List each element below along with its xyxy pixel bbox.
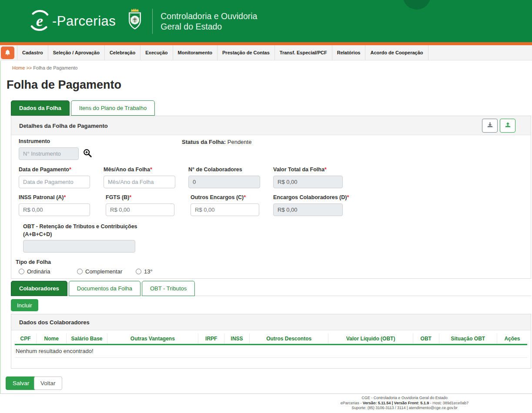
column-header-irpf: IRPF xyxy=(198,333,224,345)
radio-option-complementar[interactable]: Complementar xyxy=(77,268,122,275)
obt-total-input xyxy=(23,240,135,253)
brand-divider xyxy=(152,9,153,34)
mes-ano-folha-label: Mês/Ano da Folha* xyxy=(104,167,152,173)
inss-patronal-input[interactable] xyxy=(19,203,90,216)
radio-13[interactable] xyxy=(136,269,141,274)
main-tabs: Dados da Folha Itens do Plano de Trabalh… xyxy=(11,100,156,116)
details-panel-header: Detalhes da Folha de Pagamento xyxy=(11,116,531,135)
left-edge-line xyxy=(0,61,1,393)
footer-line1: CGE - Controladoria e Ouvidoria Geral do… xyxy=(304,396,505,401)
menu-item-relatorios[interactable]: Relatórios xyxy=(332,45,366,60)
obt-label-line2: (A+B+C+D) xyxy=(23,231,52,237)
column-header-outros-descontos: Outros Descontos xyxy=(249,333,328,345)
instrumento-input xyxy=(19,147,79,160)
bell-icon xyxy=(4,49,11,57)
num-colaboradores-label: N° de Colaboradores xyxy=(188,167,242,173)
obt-label-line1: OBT - Retenção de Tributos e Contribuiçõ… xyxy=(23,223,137,230)
page-footer: CGE - Controladoria e Ouvidoria Geral do… xyxy=(0,393,532,411)
num-colaboradores-input xyxy=(188,176,260,188)
page-title: Folha de Pagamento xyxy=(7,78,121,92)
radio-13-label: 13° xyxy=(144,268,153,275)
org-name: Controladoria e Ouvidoria Geral do Estad… xyxy=(161,11,257,32)
logo-text: -Parcerias xyxy=(52,13,116,29)
table-header-row: CPF Nome Salário Base Outras Vantagens I… xyxy=(15,333,527,345)
column-header-inss: INSS xyxy=(224,333,250,345)
eparcerias-logo-icon: e xyxy=(28,9,51,34)
status-value: Pendente xyxy=(228,139,252,145)
status-label: Status da Folha: xyxy=(182,139,226,145)
menu-item-selecao-aprovacao[interactable]: Seleção / Aprovação xyxy=(48,45,105,60)
radio-ordinaria-label: Ordinária xyxy=(27,268,50,275)
tab-itens-plano-trabalho[interactable]: Itens do Plano de Trabalho xyxy=(71,100,155,116)
tipo-de-folha-label: Tipo de Folha xyxy=(16,259,51,265)
menu-items: Cadastro Seleção / Aprovação Celebração … xyxy=(17,45,428,60)
details-panel-title: Detalhes da Folha de Pagamento xyxy=(19,122,108,129)
encargos-colaboradores-input xyxy=(273,203,343,216)
download-button[interactable] xyxy=(482,119,498,133)
sub-tabs: Colaboradores Documentos da Folha OBT - … xyxy=(11,281,196,296)
colaboradores-panel-header: Dados dos Colaboradores xyxy=(11,314,531,330)
radio-complementar-label: Complementar xyxy=(85,268,122,275)
column-header-cpf: CPF xyxy=(15,333,36,345)
tab-documentos-da-folha[interactable]: Documentos da Folha xyxy=(69,281,141,296)
valor-total-folha-input xyxy=(273,176,343,188)
page: e -Parcerias Controladoria e Ouvidor xyxy=(0,0,532,413)
column-header-nome: Nome xyxy=(36,333,67,345)
fgts-input[interactable] xyxy=(106,203,174,216)
accent-stripe xyxy=(0,42,532,45)
brand-block: e -Parcerias Controladoria e Ouvidor xyxy=(28,0,257,42)
menu-item-execucao[interactable]: Execução xyxy=(141,45,173,60)
column-header-valor-liquido-obt: Valor Líquido (OBT) xyxy=(328,333,413,345)
status-da-folha: Status da Folha: Pendente xyxy=(182,139,251,145)
svg-text:e: e xyxy=(36,12,43,29)
mes-ano-folha-input[interactable] xyxy=(104,176,175,188)
footer-line3: Suporte: (85) 3106-3113 / 3114 | atendim… xyxy=(304,406,505,411)
footer-text: CGE - Controladoria e Ouvidoria Geral do… xyxy=(304,394,505,411)
menu-item-celebracao[interactable]: Celebração xyxy=(105,45,141,60)
upload-button[interactable] xyxy=(500,119,515,133)
breadcrumb-home-link[interactable]: Home xyxy=(12,65,25,70)
breadcrumb: Home >> Folha de Pagamento xyxy=(12,65,77,70)
data-pagamento-input[interactable] xyxy=(19,176,90,188)
app-header: e -Parcerias Controladoria e Ouvidor xyxy=(0,0,532,42)
incluir-button[interactable]: Incluir xyxy=(11,299,38,311)
column-header-acoes: Ações xyxy=(497,333,527,345)
org-name-line2: Geral do Estado xyxy=(161,21,257,32)
column-header-situacao-obt: Situação OBT xyxy=(439,333,497,345)
column-header-salario-base: Salário Base xyxy=(67,333,107,345)
upload-icon xyxy=(504,121,512,130)
fgts-label: FGTS (B)* xyxy=(106,194,131,200)
outros-encargos-input[interactable] xyxy=(191,203,259,216)
colaboradores-table: CPF Nome Salário Base Outras Vantagens I… xyxy=(15,333,527,358)
instrumento-label: Instrumento xyxy=(19,138,50,144)
org-name-line1: Controladoria e Ouvidoria xyxy=(161,11,257,21)
menu-item-prestacao-de-contas[interactable]: Prestação de Contas xyxy=(217,45,275,60)
voltar-button[interactable]: Voltar xyxy=(34,376,62,390)
colaboradores-panel: Dados dos Colaboradores CPF Nome Salário… xyxy=(11,314,531,369)
menu-item-transf-especial-pcf[interactable]: Transf. Especial/PCF xyxy=(275,45,332,60)
radio-ordinaria[interactable] xyxy=(19,269,24,274)
empty-result-message: Nenhum resultado encontrado! xyxy=(15,345,527,358)
menu-item-cadastro[interactable]: Cadastro xyxy=(17,45,48,60)
salvar-button[interactable]: Salvar xyxy=(6,376,36,390)
tab-obt-tributos[interactable]: OBT - Tributos xyxy=(142,281,195,296)
outros-encargos-label: Outros Encargos (C)* xyxy=(191,194,246,200)
inss-patronal-label: INSS Patronal (A)* xyxy=(19,194,66,200)
main-menubar: Cadastro Seleção / Aprovação Celebração … xyxy=(0,45,532,60)
search-instrumento-button[interactable] xyxy=(82,148,93,159)
radio-option-ordinaria[interactable]: Ordinária xyxy=(19,268,50,275)
breadcrumb-separator: >> xyxy=(26,65,32,70)
menu-item-acordo-de-cooperacao[interactable]: Acordo de Cooperação xyxy=(365,45,428,60)
state-crest-icon xyxy=(125,7,144,35)
valor-total-folha-label: Valor Total da Folha* xyxy=(273,167,327,173)
tab-dados-da-folha[interactable]: Dados da Folha xyxy=(11,100,70,116)
notifications-bell-button[interactable] xyxy=(1,47,14,59)
tab-colaboradores[interactable]: Colaboradores xyxy=(11,281,67,296)
breadcrumb-current: Folha de Pagamento xyxy=(33,65,77,70)
column-header-obt: OBT xyxy=(413,333,439,345)
menu-item-monitoramento[interactable]: Monitoramento xyxy=(173,45,217,60)
radio-option-13[interactable]: 13° xyxy=(136,268,153,275)
radio-complementar[interactable] xyxy=(77,269,83,274)
colaboradores-panel-title: Dados dos Colaboradores xyxy=(19,319,90,326)
header-circle-decoration xyxy=(403,0,431,10)
